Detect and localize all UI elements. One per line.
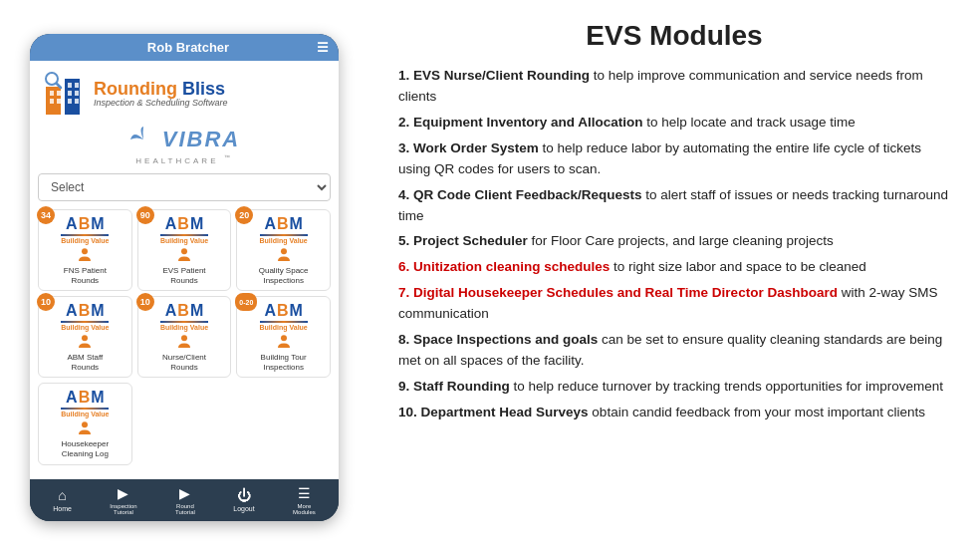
tile-label-7: HousekeeperCleaning Log bbox=[62, 439, 110, 458]
module-8-bold: 8. Space Inspections and goals bbox=[398, 332, 598, 347]
tile-evs-patient-rounds[interactable]: 90 ABM Building Value EVS PatientRounds bbox=[137, 209, 232, 291]
tile-label-4: ABM StaffRounds bbox=[67, 353, 103, 372]
svg-point-14 bbox=[82, 248, 88, 254]
tile-nurse-client[interactable]: 10 ABM Building Value Nurse/ClientRounds bbox=[137, 296, 232, 378]
tile-label-2: EVS PatientRounds bbox=[162, 266, 205, 285]
module-1-bold: 1. EVS Nurse/Client Rounding bbox=[398, 68, 590, 83]
hamburger-icon[interactable]: ☰ bbox=[317, 40, 329, 55]
person-icon-7 bbox=[76, 419, 94, 437]
module-7-bold: 7. Digital Housekeeper Schedules and Rea… bbox=[398, 285, 838, 300]
logo-text: Rounding Bliss Inspection & Scheduling S… bbox=[94, 80, 228, 108]
tile-badge-2: 90 bbox=[136, 206, 154, 224]
select-dropdown[interactable]: Select bbox=[38, 173, 331, 201]
app-title: Rounding Bliss bbox=[94, 80, 228, 98]
left-panel: Rob Bratcher ☰ bbox=[0, 0, 368, 555]
module-item-8: 8. Space Inspections and goals can be se… bbox=[398, 330, 950, 372]
footer-round-tutorial[interactable]: ▶ RoundTutorial bbox=[175, 485, 195, 515]
vibra-logo: VIBRA HEALTHCARE ™ bbox=[38, 125, 331, 165]
person-icon bbox=[76, 246, 94, 264]
footer-more-modules[interactable]: ☰ MoreModules bbox=[293, 485, 316, 515]
app-logo: Rounding Bliss Inspection & Scheduling S… bbox=[38, 69, 331, 119]
tile-label-6: Building TourInspections bbox=[261, 353, 307, 372]
person-icon-3 bbox=[275, 246, 293, 264]
phone-content: Rounding Bliss Inspection & Scheduling S… bbox=[30, 61, 339, 478]
svg-point-15 bbox=[181, 248, 187, 254]
tile-quality-space[interactable]: 20 ABM Building Value Quality SpaceInspe… bbox=[236, 209, 331, 291]
abm-logo-7: ABM Building Value bbox=[61, 389, 109, 417]
right-panel: EVS Modules 1. EVS Nurse/Client Rounding… bbox=[368, 0, 980, 555]
module-9-bold: 9. Staff Rounding bbox=[398, 379, 510, 394]
abm-logo-2: ABM Building Value bbox=[160, 215, 208, 244]
svg-rect-7 bbox=[75, 83, 79, 88]
module-5-rest: for Floor Care projects, and large clean… bbox=[532, 233, 834, 248]
tile-building-tour[interactable]: 0-20 ABM Building Value Building TourIns… bbox=[236, 296, 331, 378]
abm-logo-6: ABM Building Value bbox=[260, 302, 308, 331]
tile-badge-1: 34 bbox=[37, 206, 55, 224]
person-icon-5 bbox=[175, 333, 193, 351]
module-2-bold: 2. Equipment Inventory and Allocation bbox=[398, 115, 643, 130]
module-4-bold: 4. QR Code Client Feedback/Requests bbox=[398, 187, 642, 202]
footer-logout[interactable]: ⏻ Logout bbox=[233, 487, 254, 512]
grid-icon: ☰ bbox=[298, 485, 311, 501]
footer-round-label: RoundTutorial bbox=[175, 503, 195, 515]
svg-rect-4 bbox=[50, 99, 54, 104]
svg-point-20 bbox=[82, 422, 88, 428]
tile-badge-6: 0-20 bbox=[235, 293, 257, 311]
svg-rect-10 bbox=[68, 99, 72, 104]
svg-point-18 bbox=[181, 335, 187, 341]
play-icon-1: ▶ bbox=[118, 485, 128, 501]
module-6-bold: 6. Unitization cleaning schedules bbox=[398, 259, 610, 274]
module-item-3: 3. Work Order System to help reduce labo… bbox=[398, 139, 950, 180]
power-icon: ⏻ bbox=[237, 487, 251, 503]
module-6-rest: to right size labor and space to be clea… bbox=[613, 259, 866, 274]
tile-fns-patient-rounds[interactable]: 34 ABM Building Value FNS PatientRounds bbox=[38, 209, 132, 291]
vibra-wing-icon bbox=[128, 125, 158, 154]
evs-modules-title: EVS Modules bbox=[398, 20, 950, 52]
abm-logo-1: ABM Building Value bbox=[61, 215, 109, 244]
tile-label-1: FNS PatientRounds bbox=[64, 266, 107, 285]
phone-header: Rob Bratcher ☰ bbox=[30, 34, 339, 61]
home-icon: ⌂ bbox=[58, 487, 66, 503]
footer-home-label: Home bbox=[53, 505, 72, 512]
module-2-rest: to help locate and track usage time bbox=[646, 115, 855, 130]
module-item-1: 1. EVS Nurse/Client Rounding to help imp… bbox=[398, 66, 950, 108]
vibra-name: VIBRA bbox=[162, 127, 240, 152]
abm-logo-5: ABM Building Value bbox=[160, 302, 208, 331]
footer-more-label: MoreModules bbox=[293, 503, 316, 515]
svg-rect-5 bbox=[57, 99, 61, 104]
module-item-5: 5. Project Scheduler for Floor Care proj… bbox=[398, 231, 950, 252]
play-icon-2: ▶ bbox=[179, 485, 190, 501]
svg-rect-3 bbox=[57, 91, 61, 96]
tile-badge-3: 20 bbox=[235, 206, 253, 224]
svg-point-16 bbox=[281, 248, 287, 254]
svg-rect-11 bbox=[75, 99, 79, 104]
tile-abm-staff[interactable]: 10 ABM Building Value ABM StaffRounds bbox=[38, 296, 132, 378]
module-5-bold: 5. Project Scheduler bbox=[398, 233, 528, 248]
footer-logout-label: Logout bbox=[233, 505, 254, 512]
person-icon-2 bbox=[175, 246, 193, 264]
phone-mockup: Rob Bratcher ☰ bbox=[30, 34, 339, 520]
tile-label-5: Nurse/ClientRounds bbox=[162, 353, 206, 372]
person-icon-6 bbox=[275, 333, 293, 351]
person-icon-4 bbox=[76, 333, 94, 351]
module-item-7: 7. Digital Housekeeper Schedules and Rea… bbox=[398, 283, 950, 325]
tile-badge-5: 10 bbox=[136, 293, 154, 311]
module-item-6: 6. Unitization cleaning schedules to rig… bbox=[398, 257, 950, 278]
footer-home[interactable]: ⌂ Home bbox=[53, 487, 72, 512]
app-subtitle: Inspection & Scheduling Software bbox=[94, 98, 228, 108]
module-10-rest: obtain candid feedback from your most im… bbox=[592, 405, 925, 419]
module-3-bold: 3. Work Order System bbox=[398, 140, 539, 155]
svg-rect-2 bbox=[50, 91, 54, 96]
svg-point-17 bbox=[82, 335, 88, 341]
module-9-rest: to help reduce turnover by tracking tren… bbox=[514, 379, 943, 394]
header-username: Rob Bratcher bbox=[147, 40, 229, 55]
module-item-9: 9. Staff Rounding to help reduce turnove… bbox=[398, 377, 950, 398]
svg-point-19 bbox=[281, 335, 287, 341]
abm-logo-4: ABM Building Value bbox=[61, 302, 109, 331]
phone-footer: ⌂ Home ▶ InspectionTutorial ▶ RoundTutor… bbox=[30, 479, 339, 521]
tile-housekeeper[interactable]: ABM Building Value HousekeeperCleaning L… bbox=[38, 383, 132, 464]
abm-logo-3: ABM Building Value bbox=[260, 215, 308, 244]
module-10-bold: 10. Department Head Surveys bbox=[398, 405, 589, 419]
footer-inspection-tutorial[interactable]: ▶ InspectionTutorial bbox=[110, 485, 136, 515]
module-item-4: 4. QR Code Client Feedback/Requests to a… bbox=[398, 185, 950, 227]
